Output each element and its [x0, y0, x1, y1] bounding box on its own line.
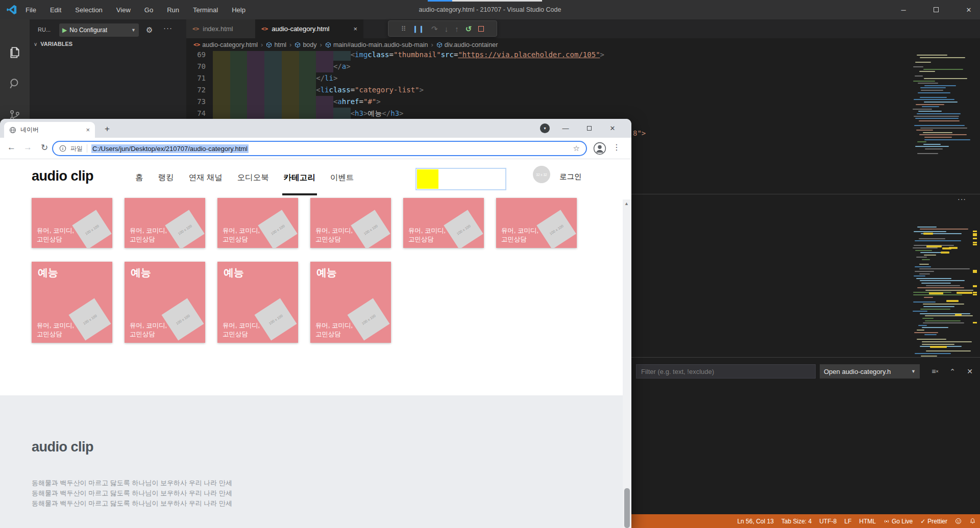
- status-item[interactable]: LF: [844, 518, 851, 525]
- menu-selection[interactable]: Selection: [74, 6, 103, 14]
- debug-console-filter-input[interactable]: [636, 364, 816, 379]
- menu-help[interactable]: Help: [231, 6, 247, 14]
- code-line[interactable]: 69<img class="thumbnail" src="https://vi…: [186, 51, 604, 61]
- stop-icon[interactable]: [478, 26, 484, 32]
- debug-session-dropdown[interactable]: Open audio-category.h ▼: [820, 364, 920, 379]
- tab-close-icon[interactable]: ×: [353, 25, 357, 33]
- minimap-top[interactable]: [912, 53, 977, 156]
- search-icon[interactable]: [8, 77, 21, 90]
- code-line[interactable]: 74<h3>예능</h3>: [186, 108, 604, 119]
- avatar[interactable]: 32 x 32: [533, 166, 550, 183]
- menu-edit[interactable]: Edit: [49, 6, 62, 14]
- new-tab-button[interactable]: +: [101, 123, 113, 135]
- menu-view[interactable]: View: [115, 6, 132, 14]
- editor-tab-audio-category.html[interactable]: <>audio-category.html×: [255, 19, 363, 38]
- step-over-icon[interactable]: ↷: [431, 25, 438, 33]
- category-card[interactable]: 예능유머, 코미디,고민상담100 x 100: [125, 262, 205, 343]
- browser-close-button[interactable]: ✕: [602, 119, 623, 138]
- gear-icon[interactable]: ⚙: [146, 26, 153, 35]
- breadcrumb-item[interactable]: div.audio-container: [436, 41, 498, 48]
- reload-icon[interactable]: ↻: [41, 142, 48, 153]
- category-card[interactable]: 예능유머, 코미디,고민상담100 x 100: [310, 262, 391, 343]
- bookmark-star-icon[interactable]: ☆: [573, 144, 580, 153]
- category-card[interactable]: 유머, 코미디,고민상담100 x 100: [32, 198, 112, 248]
- variables-section-header[interactable]: ∨VARIABLES: [34, 41, 72, 47]
- site-logo[interactable]: audio clip: [32, 168, 93, 184]
- menu-terminal[interactable]: Terminal: [192, 6, 219, 14]
- vscode-minimize-button[interactable]: ─: [892, 0, 915, 19]
- tab-close-icon[interactable]: ×: [86, 126, 90, 134]
- status-item[interactable]: Ln 56, Col 13: [737, 518, 773, 525]
- url-text-selected[interactable]: C:/Users/jun/Desktop/ex/210707/audio-cat…: [91, 144, 249, 153]
- menu-file[interactable]: File: [24, 6, 37, 14]
- go-live-button[interactable]: Go Live: [884, 518, 913, 525]
- code-line[interactable]: 70</a>: [186, 61, 604, 72]
- nav-item-연재 채널[interactable]: 연재 채널: [189, 167, 223, 188]
- restart-icon[interactable]: ↺: [465, 25, 472, 33]
- forward-icon[interactable]: →: [23, 142, 32, 153]
- category-card[interactable]: 유머, 코미디,고민상담100 x 100: [310, 198, 391, 248]
- url-scheme-chip[interactable]: 파일: [70, 144, 83, 153]
- code-line[interactable]: 72<li class="category-list">: [186, 84, 604, 96]
- feedback-icon[interactable]: [955, 518, 962, 524]
- browser-maximize-button[interactable]: [579, 119, 599, 138]
- scrollbar-thumb[interactable]: [624, 488, 630, 528]
- breadcrumb-item[interactable]: body: [295, 41, 316, 48]
- browser-minimize-button[interactable]: —: [555, 119, 576, 138]
- status-item[interactable]: HTML: [859, 518, 876, 525]
- category-card[interactable]: 유머, 코미디,고민상담100 x 100: [125, 198, 205, 248]
- close-panel-icon[interactable]: ✕: [964, 365, 976, 378]
- nav-item-오디오북[interactable]: 오디오북: [237, 167, 269, 188]
- maximize-panel-icon[interactable]: ⌃: [946, 365, 959, 378]
- run-config-dropdown[interactable]: ▶ No Configurat ▼: [59, 23, 139, 37]
- nav-item-홈[interactable]: 홈: [135, 167, 143, 188]
- minimap-bottom[interactable]: [912, 222, 977, 358]
- browser-circle-button[interactable]: ▾: [540, 123, 550, 133]
- status-item[interactable]: Tab Size: 4: [781, 518, 812, 525]
- status-item[interactable]: UTF-8: [819, 518, 837, 525]
- vscode-close-button[interactable]: ✕: [958, 0, 980, 19]
- menu-go[interactable]: Go: [143, 6, 154, 14]
- explorer-icon[interactable]: [8, 46, 21, 59]
- address-bar[interactable]: 파일 C:/Users/jun/Desktop/ex/210707/audio-…: [52, 141, 587, 156]
- page-scrollbar[interactable]: ▲: [623, 199, 631, 528]
- indent-guide: [264, 51, 282, 61]
- scroll-up-arrow-icon[interactable]: ▲: [624, 201, 629, 206]
- browser-tab[interactable]: 네이버 ×: [4, 122, 95, 138]
- category-card[interactable]: 유머, 코미디,고민상담100 x 100: [217, 198, 298, 248]
- more-actions-icon[interactable]: ···: [163, 23, 173, 32]
- breadcrumb-item[interactable]: html: [266, 41, 286, 48]
- breadcrumb-file[interactable]: <>audio-category.html: [193, 41, 258, 48]
- category-card[interactable]: 유머, 코미디,고민상담100 x 100: [403, 198, 484, 248]
- notifications-bell-icon[interactable]: [969, 518, 976, 524]
- info-icon[interactable]: [59, 145, 66, 152]
- start-debug-icon[interactable]: ▶: [62, 27, 67, 34]
- profile-icon[interactable]: [593, 142, 606, 155]
- breadcrumb-separator-icon: ›: [261, 41, 263, 48]
- browser-menu-kebab-icon[interactable]: ⋮: [612, 142, 621, 152]
- nav-item-랭킹[interactable]: 랭킹: [158, 167, 174, 188]
- category-card[interactable]: 예능유머, 코미디,고민상담100 x 100: [217, 262, 298, 343]
- nav-item-카테고리[interactable]: 카테고리: [284, 167, 315, 188]
- editor-group-actions-icon[interactable]: ···: [958, 195, 966, 203]
- clear-console-icon[interactable]: ≡×: [929, 365, 941, 378]
- menu-run[interactable]: Run: [166, 6, 180, 14]
- drag-grip-icon[interactable]: ⠿: [401, 26, 406, 32]
- category-card[interactable]: 유머, 코미디,고민상담100 x 100: [496, 198, 577, 248]
- login-link[interactable]: 로그인: [559, 172, 582, 182]
- category-card[interactable]: 예능유머, 코미디,고민상담100 x 100: [32, 262, 112, 343]
- editor-tab-index.html[interactable]: <>index.html: [186, 19, 255, 38]
- nav-item-이벤트[interactable]: 이벤트: [330, 167, 354, 188]
- step-out-icon[interactable]: ↑: [455, 25, 459, 33]
- back-icon[interactable]: ←: [7, 142, 16, 153]
- code-line[interactable]: 73<a href="#">: [186, 96, 604, 108]
- step-into-icon[interactable]: ↓: [445, 25, 449, 33]
- code-line[interactable]: 71</li>: [186, 72, 604, 84]
- vscode-maximize-button[interactable]: [925, 0, 947, 19]
- pause-icon[interactable]: ❙❙: [412, 26, 425, 32]
- prettier-button[interactable]: ✓Prettier: [920, 518, 947, 525]
- placeholder-image: 100 x 100: [444, 210, 483, 248]
- breadcrumb-item[interactable]: main#audio-main.audio-sub-main: [325, 41, 428, 48]
- search-box[interactable]: [415, 168, 506, 190]
- code-token: src: [441, 51, 454, 61]
